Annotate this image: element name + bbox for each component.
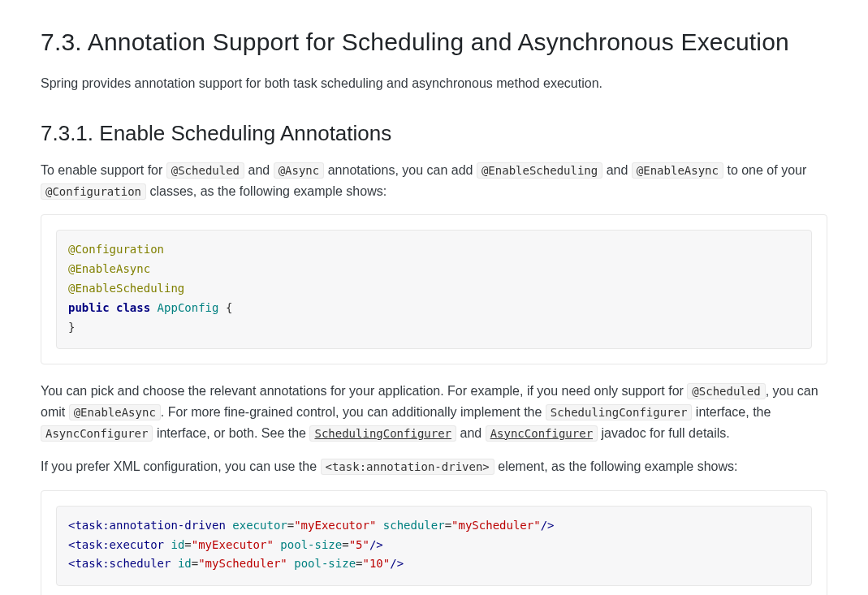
- text: interface, or both. See the: [153, 426, 309, 440]
- attr-name-token: scheduler: [383, 519, 445, 532]
- text: . For more fine-grained control, you can…: [161, 405, 546, 419]
- javadoc-link[interactable]: SchedulingConfigurer: [309, 425, 456, 442]
- code-content: @Configuration @EnableAsync @EnableSched…: [56, 230, 812, 349]
- code-content: <task:annotation-driven executor="myExec…: [56, 506, 812, 586]
- text: element, as the following example shows:: [494, 459, 738, 473]
- code-inline: @Configuration: [41, 183, 146, 200]
- javadoc-link[interactable]: AsyncConfigurer: [486, 425, 598, 442]
- tag-name-token: task:scheduler: [75, 557, 171, 570]
- attr-name-token: id: [171, 538, 184, 551]
- eq-token: =: [356, 557, 362, 570]
- text: javadoc for full details.: [598, 426, 730, 440]
- code-inline: SchedulingConfigurer: [546, 404, 693, 420]
- section-title: Annotation Support for Scheduling and As…: [88, 28, 789, 55]
- code-inline: @EnableScheduling: [477, 162, 602, 179]
- attr-name-token: id: [178, 557, 192, 570]
- code-inline: @Scheduled: [166, 162, 244, 179]
- tag-close-token: />: [390, 557, 404, 570]
- attr-value-token: "myExecutor": [192, 538, 274, 551]
- text: You can pick and choose the relevant ann…: [41, 384, 687, 398]
- eq-token: =: [192, 557, 198, 570]
- section-number: 7.3.: [41, 28, 82, 55]
- attr-value-token: "myScheduler": [198, 557, 287, 570]
- text: To enable support for: [41, 163, 166, 177]
- paragraph-1: To enable support for @Scheduled and @As…: [41, 160, 827, 201]
- subsection-title: Enable Scheduling Annotations: [99, 121, 391, 145]
- text: classes, as the following example shows:: [146, 184, 386, 198]
- subsection-number: 7.3.1.: [41, 121, 93, 145]
- eq-token: =: [287, 519, 294, 532]
- attr-name-token: pool-size: [280, 538, 342, 551]
- attr-value-token: "myExecutor": [294, 519, 376, 532]
- tag-close-token: />: [541, 519, 555, 532]
- code-example-xml: <task:annotation-driven executor="myExec…: [41, 490, 827, 595]
- code-inline: @Scheduled: [687, 383, 765, 399]
- keyword-token: public: [68, 301, 110, 314]
- punct-token: }: [68, 321, 75, 334]
- annotation-token: @EnableScheduling: [68, 282, 184, 295]
- text: and: [602, 163, 632, 177]
- attr-name-token: pool-size: [294, 557, 356, 570]
- code-inline: <task:annotation-driven>: [321, 459, 494, 475]
- text: and: [244, 163, 274, 177]
- attr-value-token: "myScheduler": [451, 519, 541, 532]
- tag-name-token: task:executor: [75, 538, 164, 551]
- text: If you prefer XML configuration, you can…: [41, 459, 321, 473]
- keyword-token: class: [116, 301, 150, 314]
- eq-token: =: [342, 538, 348, 551]
- intro-paragraph: Spring provides annotation support for b…: [41, 73, 827, 94]
- annotation-token: @EnableAsync: [68, 262, 150, 275]
- text: and: [456, 426, 486, 440]
- attr-value-token: "5": [349, 538, 369, 551]
- paragraph-3: If you prefer XML configuration, you can…: [41, 456, 827, 477]
- code-example-java: @Configuration @EnableAsync @EnableSched…: [41, 214, 827, 364]
- attr-name-token: executor: [232, 519, 287, 532]
- text: to one of your: [723, 163, 806, 177]
- tag-close-token: />: [369, 538, 383, 551]
- punct-token: {: [226, 301, 232, 314]
- code-inline: @EnableAsync: [69, 404, 161, 420]
- section-heading: 7.3. Annotation Support for Scheduling a…: [41, 23, 827, 62]
- paragraph-2: You can pick and choose the relevant ann…: [41, 381, 827, 443]
- eq-token: =: [184, 538, 191, 551]
- tag-name-token: task:annotation-driven: [75, 519, 225, 532]
- attr-value-token: "10": [363, 557, 391, 570]
- type-token: AppConfig: [158, 301, 219, 314]
- text: interface, the: [692, 405, 771, 419]
- code-inline: AsyncConfigurer: [41, 425, 153, 442]
- code-inline: @Async: [274, 162, 325, 179]
- annotation-token: @Configuration: [68, 243, 164, 256]
- text: annotations, you can add: [324, 163, 477, 177]
- eq-token: =: [445, 519, 451, 532]
- subsection-heading: 7.3.1. Enable Scheduling Annotations: [41, 117, 827, 151]
- code-inline: @EnableAsync: [632, 162, 723, 179]
